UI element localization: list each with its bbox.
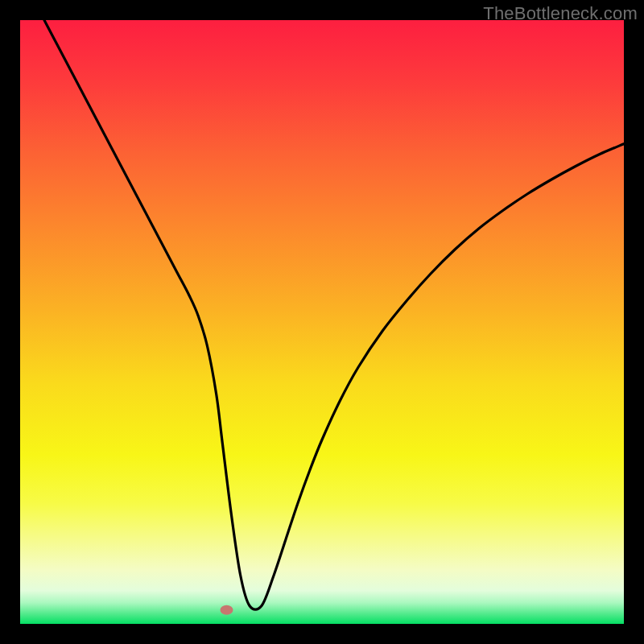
chart-frame [20,20,624,624]
chart-background [20,20,624,624]
optimal-point-marker [221,605,233,615]
chart-svg [20,20,624,624]
attribution-label: TheBottleneck.com [483,3,638,24]
